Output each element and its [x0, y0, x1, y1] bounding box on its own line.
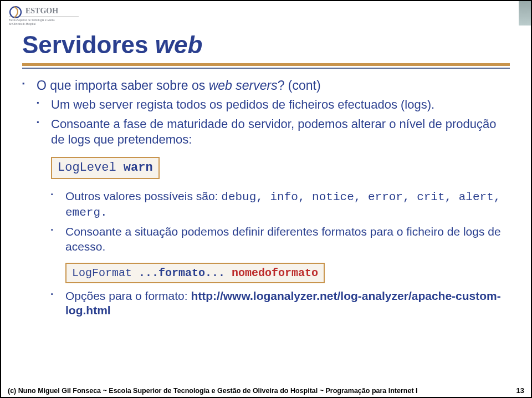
bullet-level3: Consoante a situação podemos definir dif… — [22, 224, 510, 254]
footer-text: (c) Nuno Miguel Gil Fonseca ~ Escola Sup… — [8, 387, 418, 395]
bullet-level2: Um web server regista todos os pedidos d… — [22, 97, 510, 113]
logo-block: ESTGOH Escola Superior de Tecnologia e G… — [8, 4, 80, 27]
code-red: nomedoformato — [225, 267, 318, 279]
code-box-logformat: LogFormat ...formato... nomedoformato — [65, 263, 325, 283]
svg-text:de Oliveira do Hospital: de Oliveira do Hospital — [9, 22, 36, 25]
code-bold: ...formato... — [139, 267, 225, 279]
bullet-level3: Opções para o formato: http://www.logana… — [22, 289, 510, 318]
title-underline — [22, 63, 510, 69]
page-number: 13 — [516, 386, 524, 395]
slide-footer: (c) Nuno Miguel Gil Fonseca ~ Escola Sup… — [8, 386, 524, 395]
text: . — [431, 98, 434, 111]
estgoh-logo: ESTGOH Escola Superior de Tecnologia e G… — [8, 4, 80, 27]
text: regista todos os pedidos de ficheiros ef… — [133, 98, 401, 111]
text-italic: web servers — [209, 78, 278, 93]
svg-text:Escola Superior de Tecnologia : Escola Superior de Tecnologia e Gestão — [9, 18, 55, 22]
text: Consoante a situação podemos definir dif… — [65, 225, 463, 238]
title-italic: web — [155, 31, 203, 58]
bullet-level1: O que importa saber sobre os web servers… — [22, 78, 510, 94]
text: ? (cont) — [278, 78, 321, 93]
text-italic: logs — [463, 225, 485, 238]
text: Consoante a fase de maturidade do servid… — [51, 117, 497, 146]
svg-text:ESTGOH: ESTGOH — [25, 7, 58, 15]
bullet-level3: Outros valores possíveis são: debug, inf… — [22, 189, 510, 221]
text: O que importa saber sobre os — [37, 78, 209, 93]
header-decoration — [519, 1, 531, 25]
code-keyword: warn — [124, 161, 153, 175]
slide-content: O que importa saber sobre os web servers… — [22, 78, 510, 322]
code-text: LogFormat — [72, 267, 139, 279]
code-box-loglevel: LogLevel warn — [51, 157, 160, 179]
text: Opções para o formato: — [65, 289, 191, 302]
title-text: Servidores — [22, 31, 155, 58]
text-italic: web server — [73, 98, 133, 111]
slide-title: Servidores web — [22, 31, 202, 59]
code-text: LogLevel — [58, 161, 124, 175]
text: Outros valores possíveis são: — [65, 190, 221, 202]
bullet-level2: Consoante a fase de maturidade do servid… — [22, 116, 510, 147]
text: Um — [51, 98, 73, 111]
text-italic: (logs) — [401, 98, 431, 111]
